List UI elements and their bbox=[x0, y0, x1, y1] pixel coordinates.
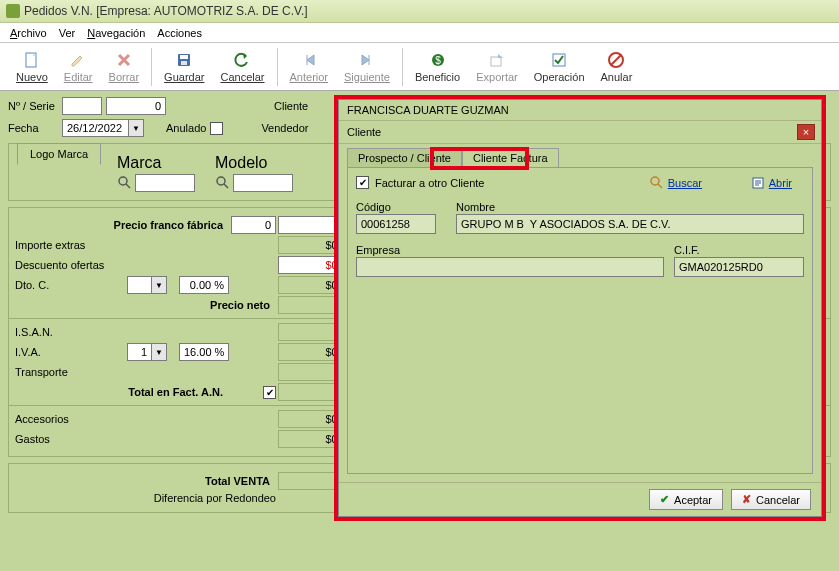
buscar-link[interactable]: Buscar bbox=[650, 176, 702, 190]
modelo-field[interactable] bbox=[233, 174, 293, 192]
delete-icon bbox=[115, 51, 133, 69]
cif-label: C.I.F. bbox=[674, 244, 804, 256]
abrir-link[interactable]: Abrir bbox=[751, 176, 792, 190]
svg-rect-3 bbox=[181, 61, 187, 65]
desc-ofertas-label: Descuento ofertas bbox=[15, 259, 125, 271]
cif-field[interactable] bbox=[674, 257, 804, 277]
toolbar-separator bbox=[402, 48, 403, 86]
nuevo-button[interactable]: Nuevo bbox=[8, 49, 56, 85]
guardar-button[interactable]: Guardar bbox=[156, 49, 212, 85]
anterior-button[interactable]: Anterior bbox=[282, 49, 337, 85]
export-icon bbox=[488, 51, 506, 69]
fecha-label: Fecha bbox=[8, 122, 58, 134]
menubar: Archivo Ver Navegación Acciones bbox=[0, 23, 839, 43]
chevron-down-icon[interactable]: ▼ bbox=[151, 343, 167, 361]
window-title: Pedidos V.N. [Empresa: AUTOMOTRIZ S.A. D… bbox=[24, 4, 308, 18]
beneficio-button[interactable]: $ Beneficio bbox=[407, 49, 468, 85]
edit-icon bbox=[69, 51, 87, 69]
menu-archivo[interactable]: Archivo bbox=[10, 27, 47, 39]
app-icon bbox=[6, 4, 20, 18]
menu-acciones[interactable]: Acciones bbox=[157, 27, 202, 39]
undo-icon bbox=[233, 51, 251, 69]
marca-label: Marca bbox=[117, 154, 195, 172]
next-icon bbox=[358, 51, 376, 69]
cliente-label: Cliente bbox=[274, 100, 324, 112]
marca-field[interactable] bbox=[135, 174, 195, 192]
iva-pct-field[interactable] bbox=[179, 343, 229, 361]
window-titlebar: Pedidos V.N. [Empresa: AUTOMOTRIZ S.A. D… bbox=[0, 0, 839, 23]
dtoc-pct-field[interactable] bbox=[179, 276, 229, 294]
exportar-button[interactable]: Exportar bbox=[468, 49, 526, 85]
modal-footer: ✔ Aceptar ✘ Cancelar bbox=[339, 482, 821, 516]
cancelar-button[interactable]: ✘ Cancelar bbox=[731, 489, 811, 510]
svg-point-11 bbox=[651, 177, 659, 185]
total-fact-label: Total en Fact. A.N. bbox=[15, 386, 229, 398]
svg-point-10 bbox=[217, 177, 225, 185]
svg-point-9 bbox=[119, 177, 127, 185]
x-icon: ✘ bbox=[742, 493, 751, 506]
cliente-name-display: FRANCISCA DUARTE GUZMAN bbox=[339, 100, 821, 121]
menu-ver[interactable]: Ver bbox=[59, 27, 76, 39]
nombre-label: Nombre bbox=[456, 201, 804, 213]
modal-title: Cliente bbox=[347, 126, 381, 138]
siguiente-button[interactable]: Siguiente bbox=[336, 49, 398, 85]
gastos-label: Gastos bbox=[15, 433, 125, 445]
isan-label: I.S.A.N. bbox=[15, 326, 125, 338]
precio-neto-label: Precio neto bbox=[15, 299, 276, 311]
save-icon bbox=[175, 51, 193, 69]
cancel-icon bbox=[607, 51, 625, 69]
fecha-field[interactable] bbox=[62, 119, 128, 137]
logo-marca-tab[interactable]: Logo Marca bbox=[17, 143, 101, 165]
aceptar-button[interactable]: ✔ Aceptar bbox=[649, 489, 723, 510]
modal-header: Cliente × bbox=[339, 121, 821, 144]
dtoc-combo[interactable]: ▼ bbox=[127, 276, 177, 294]
iva-combo[interactable]: ▼ bbox=[127, 343, 177, 361]
transporte-label: Transporte bbox=[15, 366, 125, 378]
operacion-button[interactable]: Operación bbox=[526, 49, 593, 85]
search-icon[interactable] bbox=[215, 175, 231, 191]
svg-rect-6 bbox=[491, 57, 501, 66]
nombre-field[interactable] bbox=[456, 214, 804, 234]
anulado-checkbox[interactable] bbox=[210, 122, 223, 135]
nserie-label: Nº / Serie bbox=[8, 100, 58, 112]
numero-field[interactable] bbox=[106, 97, 166, 115]
toolbar: Nuevo Editar Borrar Guardar Cancelar Ant… bbox=[0, 43, 839, 91]
empresa-label: Empresa bbox=[356, 244, 664, 256]
dif-redondeo-label: Diferencia por Redondeo bbox=[15, 492, 276, 504]
benefit-icon: $ bbox=[429, 51, 447, 69]
pff-code-field[interactable] bbox=[231, 216, 276, 234]
modal-tabs: Prospecto / Cliente Cliente Factura bbox=[339, 144, 821, 167]
operation-icon bbox=[550, 51, 568, 69]
tab-prospecto-cliente[interactable]: Prospecto / Cliente bbox=[347, 148, 462, 167]
editar-button[interactable]: Editar bbox=[56, 49, 101, 85]
codigo-label: Código bbox=[356, 201, 446, 213]
facturar-label: Facturar a otro Cliente bbox=[375, 177, 484, 189]
cancelar-button[interactable]: Cancelar bbox=[212, 49, 272, 85]
chevron-down-icon[interactable]: ▼ bbox=[151, 276, 167, 294]
menu-navegacion[interactable]: Navegación bbox=[87, 27, 145, 39]
codigo-field[interactable] bbox=[356, 214, 436, 234]
dtoc-label: Dto. C. bbox=[15, 279, 125, 291]
vendedor-label: Vendedor bbox=[261, 122, 311, 134]
iva-label: I.V.A. bbox=[15, 346, 125, 358]
facturar-checkbox[interactable]: ✔ bbox=[356, 176, 369, 189]
prev-icon bbox=[300, 51, 318, 69]
toolbar-separator bbox=[151, 48, 152, 86]
tab-cliente-factura[interactable]: Cliente Factura bbox=[462, 148, 559, 167]
pff-label: Precio franco fábrica bbox=[15, 219, 229, 231]
cliente-modal: FRANCISCA DUARTE GUZMAN Cliente × Prospe… bbox=[338, 99, 822, 517]
borrar-button[interactable]: Borrar bbox=[101, 49, 148, 85]
serie-field[interactable] bbox=[62, 97, 102, 115]
imp-extras-label: Importe extras bbox=[15, 239, 125, 251]
check-icon: ✔ bbox=[660, 493, 669, 506]
search-icon[interactable] bbox=[117, 175, 133, 191]
anular-button[interactable]: Anular bbox=[593, 49, 641, 85]
chevron-down-icon[interactable]: ▼ bbox=[128, 119, 144, 137]
accesorios-label: Accesorios bbox=[15, 413, 125, 425]
svg-text:$: $ bbox=[435, 55, 441, 66]
empresa-field[interactable] bbox=[356, 257, 664, 277]
modelo-label: Modelo bbox=[215, 154, 293, 172]
close-button[interactable]: × bbox=[797, 124, 815, 140]
total-fact-checkbox[interactable]: ✔ bbox=[263, 386, 276, 399]
fecha-combo[interactable]: ▼ bbox=[62, 119, 144, 137]
